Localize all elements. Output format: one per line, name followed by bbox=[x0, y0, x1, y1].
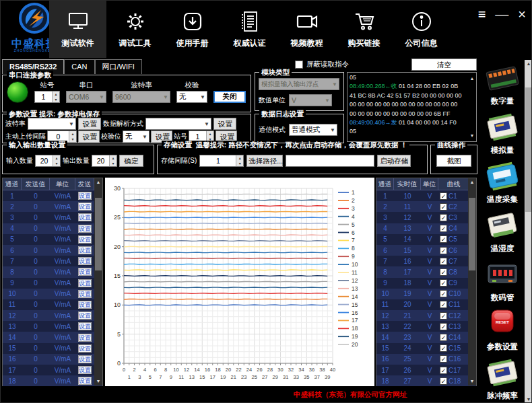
menu-video-tutorial[interactable]: 视频教程 bbox=[278, 1, 335, 58]
set-value-button[interactable]: 设置 bbox=[78, 268, 92, 276]
table-scrollbar[interactable]: ▲▼ bbox=[468, 178, 476, 386]
minimize-button[interactable]: — bbox=[495, 6, 508, 22]
set-value-button[interactable]: 设置 bbox=[78, 355, 92, 363]
set-value-button[interactable]: 设置 bbox=[78, 312, 92, 320]
set-upload-button[interactable]: 设置 bbox=[78, 131, 100, 143]
comm-mode-select[interactable]: 普通模式 ▼ bbox=[289, 124, 337, 136]
curve-checkbox[interactable]: ✓ bbox=[440, 355, 447, 363]
menu-test-software[interactable]: 测试软件 bbox=[49, 1, 106, 58]
set-value-button[interactable]: 设置 bbox=[78, 246, 92, 254]
storage-path-field[interactable] bbox=[286, 155, 374, 167]
set-value-button[interactable]: 设置 bbox=[78, 257, 92, 265]
sidebar-item-param-settings[interactable]: RESET 参数设置 bbox=[480, 305, 525, 355]
set-value-button[interactable]: 设置 bbox=[78, 322, 92, 330]
menu-purchase-link[interactable]: 购买链接 bbox=[335, 1, 393, 58]
output-qty-input[interactable]: 20 ▴▾ bbox=[92, 155, 117, 167]
unit-select[interactable]: V ▼ bbox=[289, 94, 332, 106]
curve-checkbox[interactable]: ✓ bbox=[440, 377, 447, 385]
curve-checkbox[interactable]: ✓ bbox=[440, 344, 447, 352]
scroll-up-icon[interactable]: ▲ bbox=[94, 178, 102, 186]
scroll-down-icon[interactable]: ▼ bbox=[94, 377, 102, 386]
clear-log-button[interactable]: 清空 bbox=[411, 59, 477, 71]
curve-checkbox[interactable]: ✓ bbox=[440, 323, 447, 330]
station-number-input[interactable]: 1 ▴▾ bbox=[34, 91, 60, 103]
set-value-button[interactable]: 设置 bbox=[78, 192, 92, 200]
curve-checkbox[interactable]: ✓ bbox=[440, 279, 447, 287]
scrollbar-thumb[interactable] bbox=[525, 87, 532, 212]
sidebar-item-digital[interactable]: 数字量 bbox=[480, 60, 525, 109]
curve-checkbox[interactable]: ✓ bbox=[440, 235, 447, 243]
menu-company-info[interactable]: 公司信息 bbox=[393, 1, 450, 58]
curve-checkbox[interactable]: ✓ bbox=[440, 225, 447, 232]
set-value-button[interactable]: 设置 bbox=[78, 203, 92, 211]
curve-checkbox[interactable]: ✓ bbox=[440, 334, 447, 341]
scrollbar-thumb[interactable] bbox=[469, 198, 475, 270]
scroll-up-icon[interactable]: ▲ bbox=[469, 74, 475, 83]
close-port-button[interactable]: 关闭 bbox=[213, 91, 246, 103]
tab-network-wifi[interactable]: 网口/WIFI bbox=[95, 59, 142, 74]
scrollbar-track[interactable] bbox=[525, 68, 532, 396]
scroll-down-icon[interactable]: ▼ bbox=[468, 377, 476, 386]
confirm-button[interactable]: 确定 bbox=[119, 155, 143, 167]
curve-checkbox[interactable]: ✓ bbox=[440, 312, 447, 320]
set-value-button[interactable]: 设置 bbox=[78, 213, 92, 221]
spinner-arrows-icon[interactable]: ▴▾ bbox=[236, 155, 243, 166]
data-log-panel[interactable]: 0508:49:00.268←收 01 04 28 00 EB 02 0B41 … bbox=[347, 72, 477, 142]
set-value-button[interactable]: 设置 bbox=[78, 377, 92, 385]
com-port-select[interactable]: COM6 ▼ bbox=[66, 91, 106, 103]
baud-rate-select[interactable]: 9600 ▼ bbox=[112, 91, 170, 103]
curve-checkbox[interactable]: ✓ bbox=[440, 290, 447, 297]
scroll-down-icon[interactable]: ▼ bbox=[525, 396, 532, 403]
curve-checkbox[interactable]: ✓ bbox=[440, 247, 447, 254]
scroll-up-icon[interactable]: ▲ bbox=[525, 60, 532, 68]
parse-mode-select[interactable]: ▼ bbox=[145, 118, 211, 130]
set-value-button[interactable]: 设置 bbox=[78, 225, 92, 233]
menu-debug-tools[interactable]: 调试工具 bbox=[106, 1, 164, 58]
spinner-arrows-icon[interactable]: ▴▾ bbox=[109, 155, 117, 166]
menu-certification[interactable]: 权威认证 bbox=[221, 1, 278, 58]
screenshot-button[interactable]: 截图 bbox=[436, 155, 471, 167]
curve-checkbox[interactable]: ✓ bbox=[440, 192, 447, 200]
set-value-button[interactable]: 设置 bbox=[78, 344, 92, 353]
menu-user-manual[interactable]: 使用手册 bbox=[164, 1, 221, 58]
scrollbar-track[interactable] bbox=[468, 186, 476, 377]
set-value-button[interactable]: 设置 bbox=[78, 290, 92, 298]
curve-checkbox[interactable]: ✓ bbox=[440, 214, 447, 221]
sidebar-item-temp-humidity[interactable]: 温湿度 bbox=[480, 207, 525, 256]
set-parse-button[interactable]: 设置 bbox=[213, 118, 236, 130]
scroll-up-icon[interactable]: ▲ bbox=[468, 178, 476, 186]
sidebar-item-temperature[interactable]: 温度采集 bbox=[480, 158, 525, 207]
spinner-arrows-icon[interactable]: ▴▾ bbox=[52, 91, 59, 102]
sidebar-item-pulse-frequency[interactable]: 脉冲频率 bbox=[480, 355, 525, 403]
sidebar-item-analog[interactable]: 模拟量 bbox=[480, 109, 525, 158]
set-value-button[interactable]: 设置 bbox=[78, 334, 92, 342]
table-scrollbar[interactable]: ▲▼ bbox=[94, 178, 102, 386]
set-value-button[interactable]: 设置 bbox=[78, 301, 92, 309]
input-qty-input[interactable]: 20 ▴▾ bbox=[35, 155, 61, 167]
set-baud-button[interactable]: 设置 bbox=[78, 118, 101, 130]
module-type-select[interactable]: 模拟量输入输出浮点 ▼ bbox=[259, 78, 339, 90]
parity-set-select[interactable]: 无 ▼ bbox=[123, 131, 149, 143]
baud-set-select[interactable]: ▼ bbox=[28, 118, 76, 130]
hamburger-menu-button[interactable]: ≡ bbox=[478, 6, 486, 22]
curve-checkbox[interactable]: ✓ bbox=[440, 301, 447, 308]
sidebar-item-digital-tube[interactable]: 数码管 bbox=[480, 256, 525, 305]
scroll-down-icon[interactable]: ▼ bbox=[469, 131, 475, 140]
set-value-button[interactable]: 设置 bbox=[78, 235, 92, 244]
set-value-button[interactable]: 设置 bbox=[78, 279, 92, 287]
spinner-arrows-icon[interactable]: ▴▾ bbox=[69, 131, 76, 142]
close-button[interactable]: × bbox=[518, 6, 526, 22]
start-storage-button[interactable]: 启动存储 bbox=[377, 155, 411, 167]
footer-company-link[interactable]: 中盛科技（东莞）有限公司官方网址 bbox=[294, 390, 407, 400]
parity-select[interactable]: 无 ▼ bbox=[176, 91, 207, 103]
scrollbar-track[interactable] bbox=[94, 186, 102, 377]
sidebar-scrollbar[interactable]: ▲ ▼ bbox=[525, 60, 532, 403]
storage-interval-input[interactable]: 1 ▴▾ bbox=[199, 155, 244, 167]
spinner-arrows-icon[interactable]: ▴▾ bbox=[53, 155, 60, 166]
mask-read-checkbox[interactable] bbox=[295, 61, 303, 69]
choose-path-button[interactable]: 选择路径... bbox=[246, 155, 283, 167]
tab-can[interactable]: CAN bbox=[64, 59, 94, 74]
scrollbar-thumb[interactable] bbox=[95, 198, 102, 270]
curve-checkbox[interactable]: ✓ bbox=[440, 367, 447, 374]
set-value-button[interactable]: 设置 bbox=[78, 366, 92, 374]
